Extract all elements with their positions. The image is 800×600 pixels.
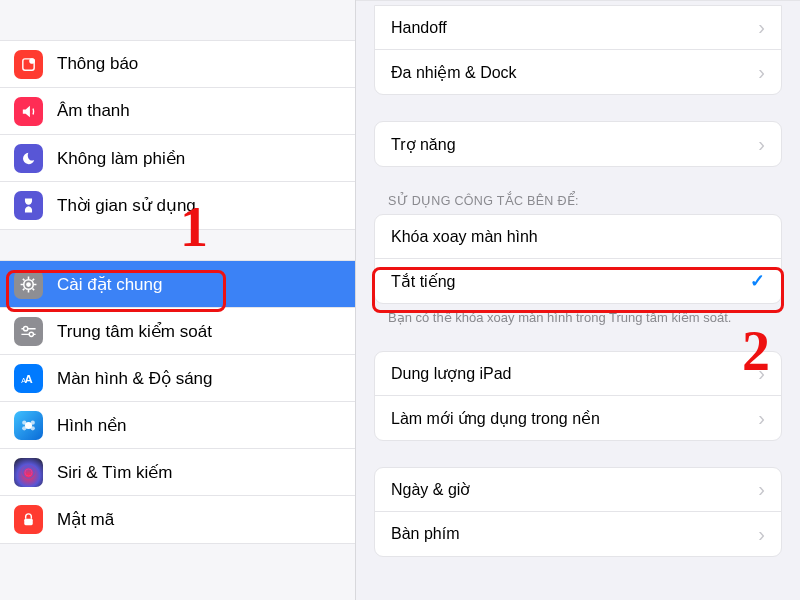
detail-row-accessibility[interactable]: Trợ năng › [375,122,781,166]
section-footer-side-switch: Bạn có thể khóa xoay màn hình trong Trun… [388,310,782,325]
sidebar-label: Mật mã [57,509,114,530]
row-label: Làm mới ứng dụng trong nền [391,409,600,428]
sidebar-label: Thời gian sử dụng [57,195,196,216]
svg-rect-15 [24,519,33,525]
section-accessibility: Trợ năng › [374,121,782,167]
detail-row-date-time[interactable]: Ngày & giờ › [375,468,781,512]
row-label: Trợ năng [391,135,456,154]
settings-detail-general: Handoff › Đa nhiệm & Dock › Trợ năng › S… [356,0,800,600]
section-side-switch: Khóa xoay màn hình Tắt tiếng ✓ [374,214,782,304]
svg-text:A: A [21,376,26,384]
svg-point-3 [27,282,30,285]
control-center-icon [14,317,43,346]
screentime-icon [14,191,43,220]
notifications-icon [14,50,43,79]
sidebar-label: Không làm phiền [57,148,185,169]
display-icon: AA [14,364,43,393]
sidebar-gap [0,0,355,40]
detail-row-multitasking[interactable]: Đa nhiệm & Dock › [375,50,781,94]
section-storage: Dung lượng iPad › Làm mới ứng dụng trong… [374,351,782,441]
sidebar-item-passcode[interactable]: Mật mã [0,496,355,543]
sidebar-item-display[interactable]: AA Màn hình & Độ sáng [0,355,355,402]
wallpaper-icon [14,411,43,440]
settings-sidebar: Thông báo Âm thanh Không làm phiền Thời … [0,0,356,600]
passcode-icon [14,505,43,534]
sidebar-label: Màn hình & Độ sáng [57,368,213,389]
sidebar-spacer [0,230,355,260]
row-label: Handoff [391,19,447,37]
detail-row-background-refresh[interactable]: Làm mới ứng dụng trong nền › [375,396,781,440]
sidebar-item-sound[interactable]: Âm thanh [0,88,355,135]
sidebar-item-general[interactable]: Cài đặt chung [0,261,355,308]
checkmark-icon: ✓ [750,270,765,292]
sidebar-label: Thông báo [57,54,138,74]
svg-point-10 [31,420,35,424]
section-handoff: Handoff › Đa nhiệm & Dock › [374,5,782,95]
sidebar-group-1: Thông báo Âm thanh Không làm phiền Thời … [0,40,355,230]
row-label: Khóa xoay màn hình [391,228,538,246]
general-icon [14,270,43,299]
sidebar-group-2: Cài đặt chung Trung tâm kiểm soát AA Màn… [0,260,355,544]
chevron-right-icon: › [758,133,765,156]
chevron-right-icon: › [758,523,765,546]
svg-point-12 [31,426,35,430]
detail-row-storage[interactable]: Dung lượng iPad › [375,352,781,396]
row-label: Bàn phím [391,525,459,543]
svg-point-9 [22,420,26,424]
sidebar-item-control-center[interactable]: Trung tâm kiểm soát [0,308,355,355]
sidebar-label: Cài đặt chung [57,274,162,295]
siri-icon [14,458,43,487]
row-label: Ngày & giờ [391,480,470,499]
svg-point-13 [23,466,34,477]
row-label: Dung lượng iPad [391,364,512,383]
svg-point-14 [25,468,32,475]
detail-row-rotation-lock[interactable]: Khóa xoay màn hình [375,215,781,259]
sidebar-item-siri[interactable]: Siri & Tìm kiếm [0,449,355,496]
row-label: Đa nhiệm & Dock [391,63,517,82]
sidebar-label: Siri & Tìm kiếm [57,462,172,483]
sound-icon [14,97,43,126]
section-header-side-switch: SỬ DỤNG CÔNG TẮC BÊN ĐỂ: [388,193,782,208]
svg-point-5 [29,332,33,336]
row-label: Tắt tiếng [391,272,455,291]
sidebar-label: Hình nền [57,415,127,436]
detail-row-mute[interactable]: Tắt tiếng ✓ [375,259,781,303]
section-datetime: Ngày & giờ › Bàn phím › [374,467,782,557]
detail-row-keyboard[interactable]: Bàn phím › [375,512,781,556]
svg-point-4 [24,326,28,330]
chevron-right-icon: › [758,478,765,501]
chevron-right-icon: › [758,61,765,84]
chevron-right-icon: › [758,16,765,39]
svg-point-11 [22,426,26,430]
sidebar-item-dnd[interactable]: Không làm phiền [0,135,355,182]
svg-point-1 [29,58,35,64]
sidebar-item-screentime[interactable]: Thời gian sử dụng [0,182,355,229]
sidebar-item-notifications[interactable]: Thông báo [0,41,355,88]
chevron-right-icon: › [758,407,765,430]
dnd-icon [14,144,43,173]
sidebar-label: Âm thanh [57,101,130,121]
sidebar-item-wallpaper[interactable]: Hình nền [0,402,355,449]
chevron-right-icon: › [758,362,765,385]
detail-row-handoff[interactable]: Handoff › [375,6,781,50]
sidebar-label: Trung tâm kiểm soát [57,321,212,342]
